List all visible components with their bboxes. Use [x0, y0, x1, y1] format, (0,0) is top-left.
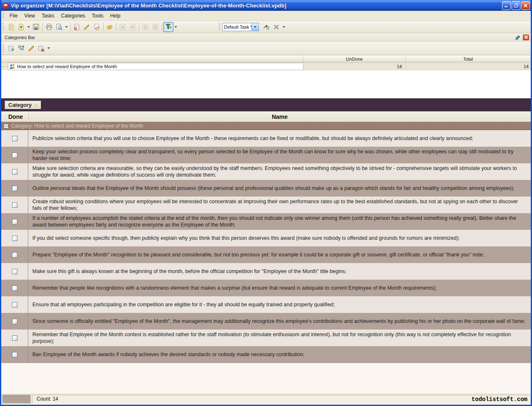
category-group-row[interactable]: Category: How to select and reward Emplo… — [1, 122, 531, 130]
checklist-item-row[interactable]: Remember that Employee of the Month cont… — [1, 330, 531, 346]
toolbar-gripper[interactable] — [2, 22, 5, 31]
item-text[interactable]: Since someone is officially entitled "Em… — [28, 313, 531, 330]
menu-categories[interactable]: Categories — [58, 12, 89, 20]
drag-task-button[interactable] — [92, 22, 102, 32]
tree-connector — [1, 63, 8, 70]
close-button[interactable] — [521, 1, 530, 10]
new-button[interactable] — [6, 22, 16, 32]
item-text[interactable]: If you did select someone specific thoug… — [28, 230, 531, 246]
restore-button[interactable] — [512, 1, 520, 10]
collapse-icon[interactable] — [4, 124, 8, 128]
done-checkbox[interactable] — [12, 285, 17, 291]
group-row-label: Category: How to select and reward Emplo… — [11, 123, 143, 129]
item-text[interactable]: Create robust working conditions where y… — [28, 197, 531, 213]
checklist-item-row[interactable]: Since someone is officially entitled "Em… — [1, 313, 531, 330]
checklist-item-row[interactable]: Outline personal ideals that the Employe… — [1, 180, 531, 197]
done-checkbox[interactable] — [12, 252, 17, 258]
done-checkbox[interactable] — [12, 236, 17, 241]
item-text[interactable]: Make sure this gift is always known at t… — [28, 263, 531, 280]
new-category-button[interactable] — [6, 43, 16, 53]
task-view-combobox[interactable]: Default Task V — [222, 23, 259, 31]
pin-icon[interactable] — [515, 34, 521, 40]
checklist-item-row[interactable]: Make sure selection criteria are measura… — [1, 163, 531, 180]
checklist-item-row[interactable]: Remember that people like recognitions w… — [1, 280, 531, 296]
checklist-item-row[interactable]: If a number of employees accomplish the … — [1, 213, 531, 230]
item-text[interactable]: Ensure that all employees participating … — [28, 296, 531, 313]
done-checkbox[interactable] — [12, 186, 17, 191]
item-text[interactable]: Prepare "Employee of the Month" recognit… — [28, 246, 531, 263]
toolbar-gripper[interactable] — [219, 22, 221, 31]
checklist-item-row[interactable]: Create robust working conditions where y… — [1, 197, 531, 213]
open-dropdown-caret[interactable] — [27, 26, 30, 28]
item-text[interactable]: Outline personal ideals that the Employe… — [28, 180, 531, 197]
categories-bar-title: Categories Bar — [5, 35, 35, 40]
save-button[interactable] — [31, 22, 41, 32]
print-dropdown-caret[interactable] — [65, 26, 68, 28]
item-text[interactable]: Remember that people like recognitions w… — [28, 280, 531, 296]
menu-file[interactable]: File — [6, 12, 21, 20]
total-column-header[interactable]: Total — [406, 55, 531, 63]
category-tree-row[interactable]: How to select and reward Employee of the… — [1, 63, 531, 70]
done-checkbox[interactable] — [12, 352, 17, 357]
toolbar-separator — [162, 23, 162, 31]
category-name-column-header[interactable] — [1, 55, 303, 63]
add-subcategory-button[interactable] — [16, 43, 26, 53]
move-to-top-button[interactable] — [150, 22, 160, 32]
item-text[interactable]: Ban Employee of the Month awards if nobo… — [28, 346, 531, 363]
done-checkbox[interactable] — [12, 269, 17, 274]
edit-category-button[interactable] — [26, 43, 36, 53]
item-text[interactable]: Keep your selection process completely c… — [28, 147, 531, 163]
filter-dropdown-caret[interactable] — [175, 26, 177, 28]
group-by-category-button[interactable]: Category △ — [5, 101, 41, 109]
checklist-item-row[interactable]: Prepare "Employee of the Month" recognit… — [1, 246, 531, 263]
name-column-header[interactable]: Name — [29, 113, 531, 120]
checklist-item-row[interactable]: Publicize selection criteria that you wi… — [1, 130, 531, 147]
done-column-header[interactable]: Done — [1, 113, 28, 120]
checklist-item-row[interactable]: Make sure this gift is always known at t… — [1, 263, 531, 280]
apply-view-button[interactable] — [261, 22, 271, 32]
menu-view[interactable]: View — [21, 12, 38, 20]
menu-tools[interactable]: Tools — [89, 12, 107, 20]
delete-category-button[interactable] — [36, 43, 46, 53]
checklist-item-row[interactable]: Keep your selection process completely c… — [1, 147, 531, 163]
done-checkbox[interactable] — [12, 169, 17, 175]
add-task-button[interactable] — [72, 22, 82, 32]
move-to-bottom-button[interactable] — [140, 22, 150, 32]
print-preview-button[interactable] — [54, 22, 64, 32]
done-checkbox[interactable] — [12, 136, 17, 141]
minimize-button[interactable] — [502, 1, 511, 10]
item-text[interactable]: Remember that Employee of the Month cont… — [28, 330, 531, 346]
checklist-item-row[interactable]: Ban Employee of the Month awards if nobo… — [1, 346, 531, 363]
checklist-item-row[interactable]: If you did select someone specific thoug… — [1, 230, 531, 246]
item-text[interactable]: Make sure selection criteria are measura… — [28, 163, 531, 180]
clear-view-button[interactable] — [271, 22, 281, 32]
categories-toolbar-caret[interactable] — [47, 47, 50, 49]
combo-dropdown-icon[interactable] — [251, 23, 259, 31]
category-name-cell[interactable]: How to select and reward Employee of the… — [8, 63, 303, 70]
undone-column-header[interactable]: UnDone — [303, 55, 406, 63]
toolbar-gripper[interactable] — [2, 44, 5, 53]
categories-bar-close-icon[interactable] — [523, 34, 529, 40]
status-count-panel: Count: 14 — [32, 395, 530, 404]
print-button[interactable] — [44, 22, 54, 32]
toolbar-gripper[interactable] — [2, 12, 5, 19]
open-button[interactable] — [16, 22, 26, 32]
done-checkbox[interactable] — [12, 153, 17, 158]
done-checkbox[interactable] — [12, 319, 17, 324]
move-up-button[interactable] — [128, 22, 138, 32]
view-toolbar-caret[interactable] — [283, 26, 285, 28]
item-text[interactable]: Publicize selection criteria that you wi… — [28, 130, 531, 147]
done-checkbox[interactable] — [12, 219, 17, 224]
checklist-item-row[interactable]: Ensure that all employees participating … — [1, 296, 531, 313]
done-checkbox[interactable] — [12, 335, 17, 341]
people-icon — [9, 64, 16, 69]
edit-task-button[interactable] — [82, 22, 92, 32]
done-checkbox[interactable] — [12, 202, 17, 208]
menu-help[interactable]: Help — [107, 12, 124, 20]
done-checkbox[interactable] — [12, 302, 17, 308]
filter-button[interactable] — [163, 22, 173, 32]
move-down-button[interactable] — [118, 22, 128, 32]
menu-tasks[interactable]: Tasks — [38, 12, 58, 20]
complete-task-button[interactable] — [105, 22, 115, 32]
item-text[interactable]: If a number of employees accomplish the … — [28, 213, 531, 230]
